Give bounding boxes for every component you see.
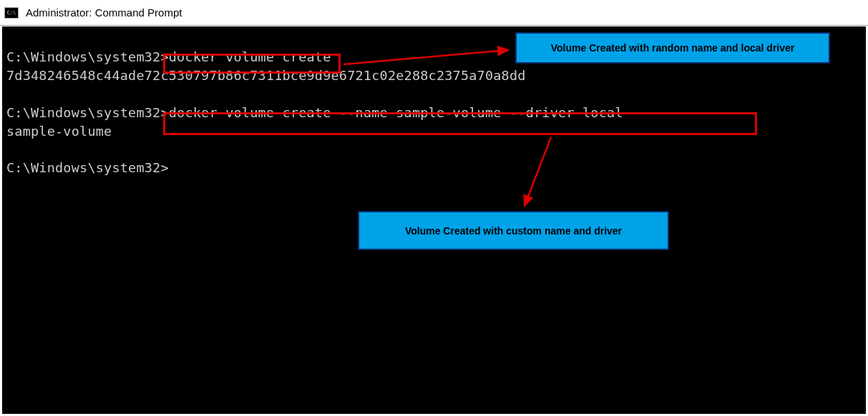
prompt-text: C:\Windows\system32> [6,105,169,120]
window-title: Administrator: Command Prompt [26,6,182,19]
command-text: docker volume create [169,49,331,64]
terminal-line-3: C:\Windows\system32> [6,159,866,177]
command-text: docker volume create --name sample-volum… [169,105,623,120]
annotation-box-1: Volume Created with random name and loca… [515,32,830,64]
terminal-line-2: C:\Windows\system32>docker volume create… [6,104,866,122]
cmd-icon [4,7,19,19]
annotation-box-2: Volume Created with custom name and driv… [358,211,669,250]
terminal-output-2: sample-volume [6,122,866,141]
window-title-bar: Administrator: Command Prompt [0,0,868,26]
terminal-blank [6,85,866,104]
prompt-text: C:\Windows\system32> [6,160,169,175]
terminal-output-1: 7d348246548c44ade72c530797b86c7311bce9d9… [6,66,866,85]
prompt-text: C:\Windows\system32> [6,49,169,64]
terminal-blank [6,140,866,159]
